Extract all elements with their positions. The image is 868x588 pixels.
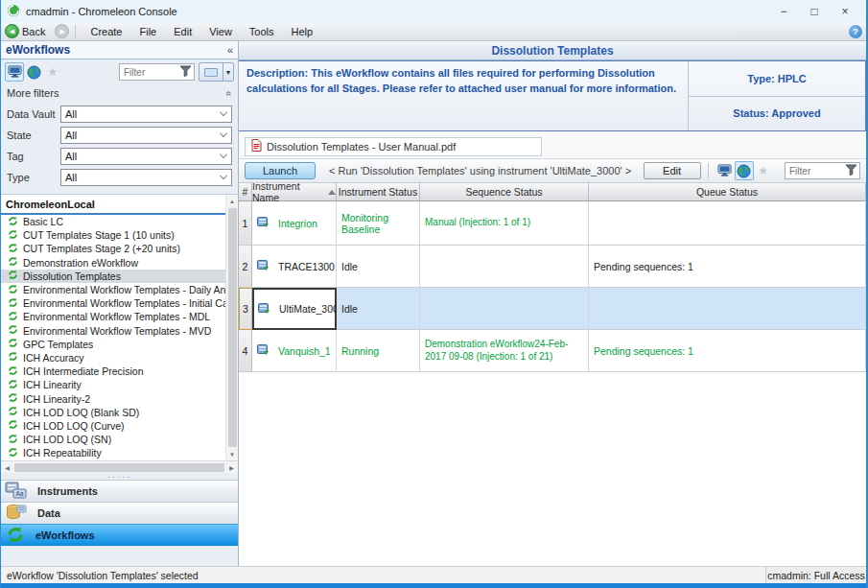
chevron-down-icon[interactable]: ▼ [223,63,233,81]
tree-item[interactable]: Demonstration eWorkflow [1,256,225,270]
scroll-left-icon[interactable]: ◀ [1,461,13,474]
scroll-right-icon[interactable]: ▶ [225,461,238,474]
help-icon[interactable]: ? [849,25,862,38]
tree-item[interactable]: ICH Accuracy [1,351,225,365]
sidebar-item-data[interactable]: Data [1,502,238,524]
tag-select[interactable]: All [60,148,232,165]
queue-status-cell[interactable] [589,288,866,330]
row-number-cell[interactable]: 2 [239,246,252,288]
collapse-panel-icon[interactable]: « [227,44,233,56]
table-filter-input[interactable] [789,166,845,176]
queue-status-cell[interactable] [589,201,866,246]
menu-tools[interactable]: Tools [241,24,283,39]
sidebar-item-instruments[interactable]: Aa Instruments [1,480,238,502]
sidebar-item-eworkflows[interactable]: eWorkflows [1,524,238,546]
data-vault-select[interactable]: All [60,106,232,123]
sequence-status-cell[interactable]: Demonstration eWorkflow24-Feb-2017 09-08… [420,330,589,372]
tree-item-label: Environmental Workflow Templates - MVD [23,325,211,337]
tree-item-label: GPC Templates [23,339,93,350]
menu-help[interactable]: Help [283,24,322,39]
column-header[interactable]: Instrument Name [252,183,337,201]
instrument-name-cell[interactable]: UltiMate_3000 [252,288,337,330]
tree-item[interactable]: Environmental Workflow Templates - MVD [1,324,225,338]
minimize-button[interactable]: − [768,1,799,21]
favorites-star-icon[interactable]: ★ [43,62,62,82]
filter-funnel-icon[interactable] [179,65,192,79]
tree-item[interactable]: Basic LC [1,215,225,228]
scroll-up-icon[interactable]: ▲ [226,195,239,207]
attachment-item[interactable]: Dissolution Templates - User Manual.pdf [245,137,542,156]
instrument-name-cell[interactable]: Integrion [252,201,337,246]
pdf-icon [251,139,267,153]
sequence-status-cell[interactable]: Manual (Injection: 1 of 1) [420,201,589,246]
queue-status-cell[interactable]: Pending sequences: 1 [589,330,866,372]
instrument-status-cell[interactable]: Monitoring Baseline [337,201,420,246]
global-view-icon[interactable] [24,62,43,82]
maximize-button[interactable]: □ [799,1,830,21]
scrollbar-thumb[interactable] [14,463,224,472]
edit-button[interactable]: Edit [644,162,701,179]
panel-splitter-handle[interactable]: ····· [1,473,238,480]
column-header[interactable]: # [239,183,252,201]
scroll-down-icon[interactable]: ▼ [226,448,239,460]
tree-item[interactable]: Environmental Workflow Templates - MDL [1,310,225,323]
sequence-status-cell[interactable] [420,288,589,330]
tree-item[interactable]: ICH LOD LOQ (Blank SD) [1,406,225,419]
data-icon [5,504,28,523]
row-number-cell[interactable]: 3 [239,288,252,330]
local-view-icon[interactable] [716,161,735,180]
title-bar: cmadmin - Chromeleon Console − □ × [1,0,866,22]
close-button[interactable]: × [830,1,860,21]
tree-item[interactable]: CUT Templates Stage 2 (+20 units) [1,242,225,255]
back-button[interactable]: ◀ Back [5,24,51,38]
menu-view[interactable]: View [200,24,241,39]
tree-item[interactable]: Environmental Workflow Templates - Initi… [1,296,225,310]
menu-create[interactable]: Create [82,24,130,39]
column-header[interactable]: Queue Status [589,183,866,201]
tree-item[interactable]: GPC Templates [1,338,225,351]
instrument-name-cell[interactable]: Vanquish_1 [252,330,337,372]
panel-title: eWorkflows [6,43,70,57]
instrument-status-cell[interactable]: Idle [337,288,420,330]
favorites-star-icon[interactable]: ★ [754,161,773,180]
row-number-cell[interactable]: 4 [239,330,252,372]
menu-file[interactable]: File [131,24,166,39]
eworkflow-icon [8,379,23,391]
global-view-icon[interactable] [735,161,754,180]
state-select[interactable]: All [60,127,232,144]
queue-status-cell[interactable]: Pending sequences: 1 [589,246,866,288]
instrument-status-cell[interactable]: Idle [337,246,420,288]
tree-item[interactable]: ICH Repeatability [1,446,225,459]
launch-button[interactable]: Launch [245,162,316,179]
tree-item[interactable]: Environmental Workflow Templates - Daily… [1,283,225,296]
more-filters-header[interactable]: More filters « [1,84,238,102]
column-header[interactable]: Instrument Status [337,183,420,201]
tree-item-label: CUT Templates Stage 1 (10 units) [23,229,175,241]
tree-item-label: Dissolution Templates [23,270,121,282]
tree-item[interactable]: CUT Templates Stage 1 (10 units) [1,228,225,242]
forward-button[interactable]: ▶ [55,24,69,38]
instrument-status-cell[interactable]: Running [337,330,420,372]
tree-vertical-scrollbar[interactable]: ▲ ▼ [225,195,238,460]
instrument-name-cell[interactable]: TRACE1300 [252,246,337,288]
eworkflow-icon [8,216,23,228]
view-mode-split-button[interactable]: ▼ [199,62,234,82]
left-filter-input[interactable] [124,67,179,78]
tree-item-selected[interactable]: Dissolution Templates [1,270,225,283]
tree-item[interactable]: ICH LOD LOQ (Curve) [1,419,225,433]
type-select[interactable]: All [60,169,232,186]
sequence-status-cell[interactable] [420,246,589,288]
row-number-cell[interactable]: 1 [239,201,252,246]
collapse-filters-icon[interactable]: « [224,90,235,96]
tree-item[interactable]: ICH Intermediate Precision [1,365,225,378]
tree-group-chromeleonlocal[interactable]: ChromeleonLocal [1,197,225,215]
filter-funnel-icon[interactable] [845,164,857,177]
toolbar-separator [708,163,709,178]
column-header[interactable]: Sequence Status [420,183,589,201]
local-view-icon[interactable] [5,62,24,82]
tree-item[interactable]: ICH Linearity-2 [1,391,225,405]
tree-item[interactable]: ICH Linearity [1,378,225,391]
tree-item[interactable]: ICH LOD LOQ (SN) [1,433,225,446]
menu-edit[interactable]: Edit [165,24,200,39]
scrollbar-thumb[interactable] [228,208,237,447]
